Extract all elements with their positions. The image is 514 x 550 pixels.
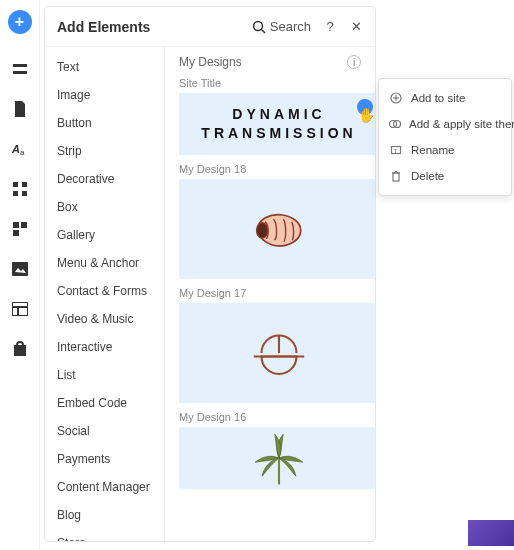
sections-icon[interactable] bbox=[11, 60, 29, 78]
section-title: My Designs bbox=[179, 55, 347, 69]
category-item-button[interactable]: Button bbox=[45, 109, 164, 137]
svg-rect-7 bbox=[22, 191, 27, 196]
category-item-content-manager[interactable]: Content Manager bbox=[45, 473, 164, 501]
svg-rect-5 bbox=[22, 182, 27, 187]
category-item-contact-forms[interactable]: Contact & Forms bbox=[45, 277, 164, 305]
panel-title: Add Elements bbox=[57, 19, 252, 35]
category-item-embed-code[interactable]: Embed Code bbox=[45, 389, 164, 417]
media-icon[interactable] bbox=[11, 260, 29, 278]
category-item-image[interactable]: Image bbox=[45, 81, 164, 109]
svg-rect-10 bbox=[13, 230, 19, 236]
geometric-illustration bbox=[244, 318, 314, 388]
options-button[interactable] bbox=[357, 99, 373, 115]
svg-rect-9 bbox=[21, 222, 27, 228]
svg-rect-1 bbox=[13, 71, 27, 74]
help-icon[interactable]: ? bbox=[323, 20, 337, 34]
menu-item-label: Add & apply site theme bbox=[409, 118, 514, 130]
svg-text:T: T bbox=[394, 148, 398, 154]
category-item-social[interactable]: Social bbox=[45, 417, 164, 445]
svg-text:A: A bbox=[12, 143, 20, 155]
shell-illustration bbox=[244, 194, 314, 264]
category-item-strip[interactable]: Strip bbox=[45, 137, 164, 165]
category-item-menu-anchor[interactable]: Menu & Anchor bbox=[45, 249, 164, 277]
background-strip bbox=[468, 520, 514, 546]
menu-item-label: Rename bbox=[411, 144, 454, 156]
design-name: My Design 17 bbox=[179, 287, 361, 299]
design-name: Site Title bbox=[179, 77, 361, 89]
category-item-blog[interactable]: Blog bbox=[45, 501, 164, 529]
theme-icon bbox=[389, 117, 401, 131]
panel-header: Add Elements Search ? ✕ bbox=[45, 7, 375, 47]
menu-item-apply-theme[interactable]: Add & apply site theme bbox=[379, 111, 511, 137]
page-icon[interactable] bbox=[11, 100, 29, 118]
category-item-payments[interactable]: Payments bbox=[45, 445, 164, 473]
category-item-text[interactable]: Text bbox=[45, 53, 164, 81]
add-elements-panel: Add Elements Search ? ✕ Text Image Butto… bbox=[44, 6, 376, 542]
rename-icon: T bbox=[389, 143, 403, 157]
category-list: Text Image Button Strip Decorative Box G… bbox=[45, 47, 165, 541]
design-card-16[interactable] bbox=[179, 427, 375, 489]
svg-point-16 bbox=[253, 21, 262, 30]
context-menu: Add to site Add & apply site theme T Ren… bbox=[378, 78, 512, 196]
svg-point-18 bbox=[257, 223, 268, 238]
menu-item-label: Delete bbox=[411, 170, 444, 182]
design-text: DYNAMIC TRANSMISSION bbox=[201, 105, 356, 143]
palm-illustration bbox=[244, 427, 314, 489]
menu-item-label: Add to site bbox=[411, 92, 465, 104]
layout-icon[interactable] bbox=[11, 300, 29, 318]
category-item-decorative[interactable]: Decorative bbox=[45, 165, 164, 193]
category-item-interactive[interactable]: Interactive bbox=[45, 333, 164, 361]
info-icon[interactable]: i bbox=[347, 55, 361, 69]
design-card-18[interactable] bbox=[179, 179, 375, 279]
store-icon[interactable] bbox=[11, 340, 29, 358]
design-card-17[interactable] bbox=[179, 303, 375, 403]
puzzle-icon[interactable] bbox=[11, 220, 29, 238]
search-button[interactable]: Search bbox=[252, 19, 311, 34]
category-item-box[interactable]: Box bbox=[45, 193, 164, 221]
apps-icon[interactable] bbox=[11, 180, 29, 198]
svg-rect-8 bbox=[13, 222, 19, 228]
svg-text:a: a bbox=[20, 148, 25, 157]
svg-line-17 bbox=[261, 29, 265, 33]
svg-rect-4 bbox=[13, 182, 18, 187]
add-icon[interactable]: + bbox=[8, 10, 32, 34]
text-style-icon[interactable]: Aa bbox=[11, 140, 29, 158]
svg-rect-29 bbox=[393, 173, 399, 181]
svg-rect-11 bbox=[12, 262, 28, 276]
svg-rect-0 bbox=[13, 64, 27, 67]
category-item-video-music[interactable]: Video & Music bbox=[45, 305, 164, 333]
menu-item-delete[interactable]: Delete bbox=[379, 163, 511, 189]
menu-item-add-to-site[interactable]: Add to site bbox=[379, 85, 511, 111]
design-card-site-title[interactable]: DYNAMIC TRANSMISSION ✋ bbox=[179, 93, 375, 155]
search-label: Search bbox=[270, 19, 311, 34]
plus-circle-icon bbox=[389, 91, 403, 105]
close-icon[interactable]: ✕ bbox=[349, 20, 363, 34]
delete-icon bbox=[389, 169, 403, 183]
design-name: My Design 18 bbox=[179, 163, 361, 175]
search-icon bbox=[252, 20, 266, 34]
svg-rect-13 bbox=[12, 302, 28, 316]
left-rail: + Aa bbox=[0, 0, 40, 550]
svg-rect-6 bbox=[13, 191, 18, 196]
category-item-store[interactable]: Store bbox=[45, 529, 164, 541]
category-item-gallery[interactable]: Gallery bbox=[45, 221, 164, 249]
designs-content: My Designs i Site Title DYNAMIC TRANSMIS… bbox=[165, 47, 375, 541]
menu-item-rename[interactable]: T Rename bbox=[379, 137, 511, 163]
design-name: My Design 16 bbox=[179, 411, 361, 423]
category-item-list[interactable]: List bbox=[45, 361, 164, 389]
